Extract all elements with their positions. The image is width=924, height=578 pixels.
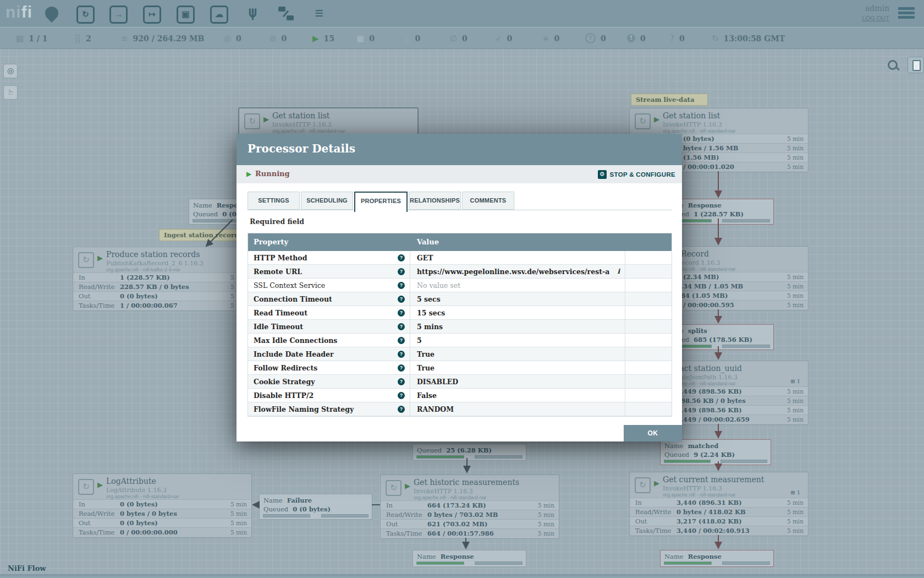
processor[interactable]: ↻ ▶ LogAttribute LogAttribute 1.16.3 org… (73, 473, 252, 538)
processor[interactable]: ↻ ▶ Produce station records PublishKafka… (73, 247, 252, 311)
help-icon[interactable]: ? (398, 378, 405, 385)
help-icon[interactable]: ? (398, 323, 405, 330)
locally-modified-stale-icon: ! (627, 34, 635, 42)
property-value-cell[interactable]: False i (410, 389, 625, 402)
property-name: Read Timeout (254, 307, 307, 319)
property-value-cell[interactable]: RANDOM i (410, 402, 625, 416)
processor[interactable]: ↻ ▶ Get historic measurements InvokeHTTP… (380, 475, 559, 539)
top-toolbar: nifi ↻ → ↦ ▣ ☁ ⋔ ≡ admin LOG OUT (0, 0, 924, 27)
active-threads-icon: ▦ (16, 28, 24, 49)
required-field-note: Required field (250, 217, 304, 226)
tab-settings[interactable]: SETTINGS (248, 192, 300, 210)
help-icon[interactable]: ? (398, 282, 405, 289)
connection-label[interactable]: NameFailureQueued0 (0 bytes) (259, 494, 372, 520)
connection-label[interactable]: NameResponse (413, 550, 526, 567)
stop-and-configure-button[interactable]: ⚙STOP & CONFIGURE (598, 169, 675, 180)
canvas-label[interactable]: Ingest station records (159, 229, 238, 241)
connection-label-row: NameResponse (413, 552, 526, 560)
process-group-icon[interactable]: ▣ (177, 4, 195, 23)
stat-row: Tasks/Time1 / 00:00:00.0675 min (73, 301, 251, 310)
stale-icon: ↑ (585, 33, 596, 43)
help-icon[interactable]: ? (398, 268, 405, 275)
canvas-label[interactable]: Stream live-data (631, 94, 708, 106)
property-value-cell[interactable]: DISABLED i (410, 375, 625, 388)
funnel-icon[interactable]: ⋔ (244, 4, 262, 23)
connection-label-rows: NameResponse (661, 552, 773, 560)
output-port-icon[interactable]: ↦ (143, 4, 161, 23)
stat-row: Out0 (0 bytes)5 min (73, 518, 251, 527)
dialog-header: Processor Details (237, 134, 682, 165)
help-icon[interactable]: ? (398, 309, 405, 317)
stat-row: Tasks/Time0 / 00:00:00.0005 min (73, 527, 251, 537)
remote-process-group-icon[interactable]: ☁ (210, 4, 228, 23)
connection-label[interactable]: Queued25 (6.28 KB) (413, 444, 526, 461)
refresh-icon: ↻ (712, 28, 719, 49)
processor-bundle: org.apache.nifi - nifi-standard-nar (106, 494, 179, 499)
tab-scheduling[interactable]: SCHEDULING (301, 192, 353, 210)
property-name-cell: Read Timeout ? (248, 306, 410, 319)
search-icon[interactable] (887, 59, 900, 72)
tab-properties[interactable]: PROPERTIES (354, 192, 408, 212)
property-value-cell[interactable]: 5 secs i (410, 292, 625, 306)
processor[interactable]: ↻ ▶ Get current measurement InvokeHTTP 1… (629, 472, 809, 536)
panel-toggle-icon[interactable] (908, 57, 924, 73)
status-item[interactable]: ↻13:00:58 GMT (712, 28, 785, 48)
property-row-spacer (625, 334, 672, 347)
ok-button[interactable]: OK (624, 425, 682, 441)
status-bar: ▦1 / 1 ⣿2 ≡920 / 264.29 MB ◎0 ⊘0 ▶15 ■0 … (0, 27, 924, 49)
property-row: Include Date Header ? True i (248, 347, 672, 361)
help-icon[interactable]: ? (398, 296, 405, 303)
processor-type: InvokeHTTP 1.16.3 (272, 121, 332, 128)
processor-bundle: org.apache.nifi - nifi-standard-nar (414, 495, 487, 500)
info-icon: i (617, 265, 620, 278)
tab-comments[interactable]: COMMENTS (462, 192, 514, 210)
property-value-cell[interactable]: True i (410, 347, 625, 361)
property-value-cell[interactable]: GET i (410, 251, 625, 264)
property-row: FlowFile Naming Strategy ? RANDOM i (248, 402, 672, 416)
property-row-spacer (625, 292, 672, 306)
label-icon[interactable]: ≡ (310, 4, 328, 23)
template-icon[interactable] (277, 4, 295, 23)
running-icon: ▶ (97, 254, 103, 262)
status-value: 0 (640, 28, 646, 49)
global-menu-icon[interactable] (898, 7, 915, 20)
property-value: 5 (417, 334, 422, 347)
tab-relationships[interactable]: RELATIONSHIPS (409, 192, 461, 210)
input-port-icon[interactable]: → (109, 4, 128, 23)
breadcrumb[interactable]: NiFi Flow (8, 564, 46, 572)
processor-icon[interactable]: ↻ (76, 4, 95, 23)
property-value: 15 secs (417, 307, 445, 319)
target-icon[interactable]: ◎ (3, 64, 18, 78)
property-value-cell[interactable]: 5 mins i (410, 320, 625, 333)
processor-bundle: org.apache.nifi - nifi-standard-nar (272, 128, 345, 134)
connection-backpressure-bars (413, 560, 526, 565)
help-icon[interactable]: ? (398, 406, 405, 413)
dialog-status-bar: ▶ Running ⚙STOP & CONFIGURE (237, 165, 682, 183)
property-value-cell[interactable]: 5 i (410, 334, 625, 347)
status-item: ≡920 / 264.29 MB (121, 28, 204, 48)
property-value-cell[interactable]: 15 secs i (410, 306, 625, 319)
help-icon[interactable]: ? (398, 254, 405, 261)
property-value-cell[interactable]: No value set i (410, 416, 625, 417)
logout-link[interactable]: LOG OUT (862, 15, 889, 21)
property-row-spacer (625, 347, 672, 361)
stat-row: In0 (0 bytes)5 min (73, 499, 251, 509)
stat-row: Out3,217 (418.02 KB)5 min (630, 516, 808, 526)
property-value: DISABLED (417, 375, 458, 388)
property-value-cell[interactable]: True i (410, 361, 625, 374)
sync-failure-icon: ? (670, 28, 674, 49)
property-name: Disable HTTP/2 (254, 389, 314, 402)
hand-icon[interactable]: ☞ (3, 85, 18, 100)
property-value-cell[interactable]: No value set i (410, 279, 625, 292)
help-icon[interactable]: ? (398, 392, 405, 399)
help-icon[interactable]: ? (398, 351, 405, 358)
help-icon[interactable]: ? (398, 337, 405, 344)
status-item: ▦1 / 1 (16, 28, 48, 48)
help-icon[interactable]: ? (398, 364, 405, 372)
connection-label-rows: NameFailureQueued0 (0 bytes) (260, 495, 372, 513)
connection-label[interactable]: NamematchedQueued9 (2.24 KB) (660, 439, 771, 465)
processor-bundle: org.apache.nifi - nifi-standard-nar (663, 128, 736, 134)
disabled-icon: ∅ (450, 28, 457, 49)
connection-label[interactable]: NameResponse (660, 550, 774, 567)
property-value-cell[interactable]: https://www.pegelonline.wsv.de/webservic… (410, 265, 625, 278)
